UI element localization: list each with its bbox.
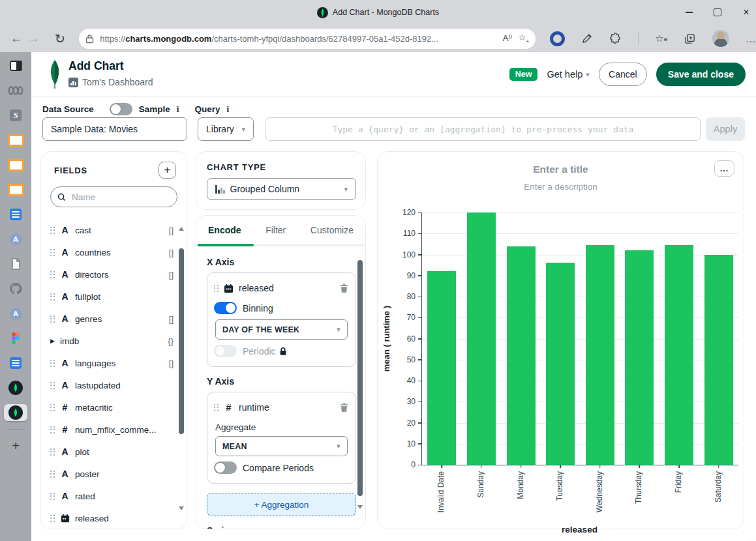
get-help-menu[interactable]: Get help▾ [547, 69, 589, 80]
field-row[interactable]: Adirectors[] [50, 263, 184, 285]
field-row[interactable]: Alanguages[] [50, 352, 184, 374]
drag-handle-icon[interactable] [50, 448, 55, 456]
tab-yellow-card-icon[interactable] [4, 181, 27, 198]
field-row[interactable]: #num_mflix_comme... [50, 418, 184, 441]
save-and-close-button[interactable]: Save and close [656, 63, 746, 86]
drag-handle-icon[interactable] [50, 515, 55, 522]
favorite-star-icon[interactable]: ☆+ [519, 33, 529, 44]
tab-docs-icon[interactable] [4, 355, 27, 372]
back-icon[interactable]: ← [8, 31, 25, 46]
cancel-button[interactable]: Cancel [599, 63, 647, 86]
bar-tuesday[interactable] [546, 263, 575, 465]
info-icon[interactable]: i [226, 104, 229, 115]
chart-menu-button[interactable]: ... [714, 160, 734, 177]
tab-github-icon[interactable] [4, 280, 27, 297]
drag-handle-icon[interactable] [50, 293, 55, 300]
favorites-bar-icon[interactable]: ☆≡ [655, 33, 667, 44]
chart-title-placeholder[interactable]: Enter a title [378, 164, 744, 175]
query-input[interactable] [265, 117, 701, 141]
minimize-button[interactable] [684, 8, 693, 17]
field-row[interactable]: Acast[] [50, 219, 184, 241]
tab-yellow-card-icon[interactable] [4, 156, 27, 173]
field-search[interactable] [50, 186, 177, 207]
close-button[interactable]: × [742, 8, 751, 17]
field-row[interactable]: Afullplot [50, 285, 184, 308]
tab-docs-icon[interactable] [4, 206, 27, 223]
collections-icon[interactable] [684, 33, 696, 45]
query-mode-select[interactable]: Library▾ [198, 117, 254, 141]
compare-periods-toggle[interactable] [214, 461, 237, 474]
drag-handle-icon[interactable] [214, 404, 219, 411]
drag-handle-icon[interactable] [214, 285, 219, 292]
address-bar[interactable]: https://charts.mongodb.com/charts-tomh-y… [79, 29, 536, 49]
trash-icon[interactable] [339, 402, 349, 413]
tab-figma-icon[interactable] [4, 330, 27, 347]
binning-toggle[interactable] [214, 302, 237, 314]
expand-icon[interactable]: ▶ [50, 338, 55, 344]
drag-handle-icon[interactable] [50, 315, 55, 323]
sample-toggle[interactable] [110, 103, 132, 115]
bar-invalid-date[interactable] [427, 271, 456, 465]
tab-script-icon[interactable]: S [4, 107, 27, 124]
field-row[interactable]: Arated [50, 485, 184, 507]
drag-handle-icon[interactable] [50, 271, 55, 278]
drag-handle-icon[interactable] [50, 227, 55, 234]
field-row[interactable]: released [50, 507, 184, 529]
extensions-puzzle-icon[interactable] [609, 33, 622, 45]
drag-handle-icon[interactable] [50, 426, 55, 433]
bar-wednesday[interactable] [586, 245, 614, 465]
maximize-button[interactable] [713, 8, 722, 17]
tab-document-icon[interactable] [4, 256, 27, 272]
apply-button[interactable]: Apply [706, 117, 745, 141]
extension-ring-icon[interactable] [550, 31, 565, 46]
field-row[interactable]: Aplot [50, 441, 184, 463]
drag-handle-icon[interactable] [50, 404, 55, 411]
aggregate-select[interactable]: MEAN▾ [215, 436, 348, 456]
read-aloud-icon[interactable]: A)) [503, 33, 512, 43]
new-tab-icon[interactable]: + [4, 437, 27, 454]
bar-thursday[interactable] [625, 250, 654, 465]
tab-translate-icon[interactable]: A [4, 231, 27, 248]
chart-description-placeholder[interactable]: Enter a description [378, 182, 744, 192]
drag-handle-icon[interactable] [50, 382, 55, 389]
edit-pencil-icon[interactable] [581, 33, 593, 44]
field-row[interactable]: Agenres[] [50, 308, 184, 330]
bar-sunday[interactable] [467, 212, 496, 465]
add-aggregation-button[interactable]: + Aggregation [207, 493, 356, 516]
sidebar-panel-icon[interactable] [4, 57, 27, 74]
bar-monday[interactable] [507, 246, 536, 465]
chart-type-select[interactable]: Grouped Column ▾ [207, 178, 356, 200]
tab-mongodb-active-icon[interactable] [4, 404, 27, 421]
fields-scroll-down[interactable] [179, 510, 184, 522]
field-row[interactable]: #metacritic [50, 396, 184, 418]
encode-scroll-down[interactable] [357, 509, 363, 521]
drag-handle-icon[interactable] [50, 493, 55, 500]
profile-avatar[interactable] [712, 30, 729, 47]
tab-filter[interactable]: Filter [265, 225, 286, 235]
tab-translate-icon[interactable]: A [4, 305, 27, 322]
tab-mongodb-icon[interactable] [4, 379, 27, 396]
fields-scrollbar[interactable] [179, 248, 184, 434]
bar-friday[interactable] [665, 245, 693, 465]
refresh-icon[interactable]: ↻ [52, 31, 68, 46]
data-source-select[interactable]: Sample Data: Movies [42, 117, 187, 141]
url-text[interactable]: https://charts.mongodb.com/charts-tomh-y… [100, 34, 496, 44]
drag-handle-icon[interactable] [50, 360, 55, 367]
encode-scrollbar[interactable] [357, 260, 363, 496]
bin-unit-select[interactable]: DAY OF THE WEEK▾ [215, 319, 348, 340]
field-row[interactable]: Aposter [50, 463, 184, 485]
field-row[interactable]: Alastupdated [50, 374, 184, 396]
drag-handle-icon[interactable] [50, 471, 55, 478]
trash-icon[interactable] [339, 283, 349, 293]
field-row[interactable]: Acountries[] [50, 241, 184, 263]
field-search-input[interactable] [70, 192, 151, 203]
drag-handle-icon[interactable] [50, 249, 55, 256]
tab-customize[interactable]: Customize [310, 225, 354, 235]
bar-saturday[interactable] [704, 255, 733, 465]
field-row[interactable]: ▶imdb{} [50, 330, 184, 352]
tab-encode[interactable]: Encode [208, 225, 241, 235]
add-field-button[interactable]: + [159, 162, 176, 179]
browser-menu-icon[interactable]: ... [746, 33, 756, 44]
info-icon[interactable]: i [177, 104, 179, 115]
tab-yellow-card-icon[interactable] [4, 132, 27, 149]
